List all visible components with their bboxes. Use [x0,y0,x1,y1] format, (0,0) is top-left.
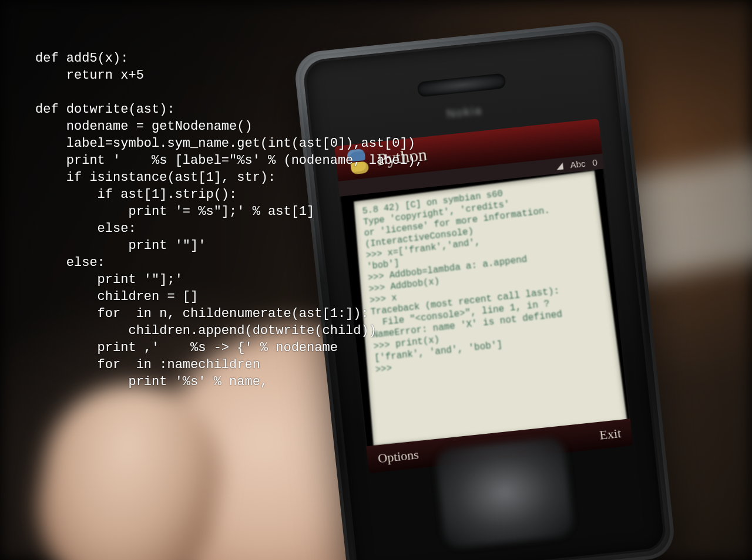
softkey-options[interactable]: Options [377,447,419,466]
counter: 0 [592,157,597,167]
signal-icon: ◢ [556,160,564,171]
phone-brand: Nokia [446,104,483,121]
softkey-exit[interactable]: Exit [599,426,622,443]
scene: Nokia Python ◢ Abc 0 5.8 42) [C] on symb… [0,0,752,560]
earpiece [417,73,506,97]
code-overlay: def add5(x): return x+5 def dotwrite(ast… [35,50,423,390]
dpad[interactable] [435,436,574,549]
input-mode: Abc [570,158,586,170]
